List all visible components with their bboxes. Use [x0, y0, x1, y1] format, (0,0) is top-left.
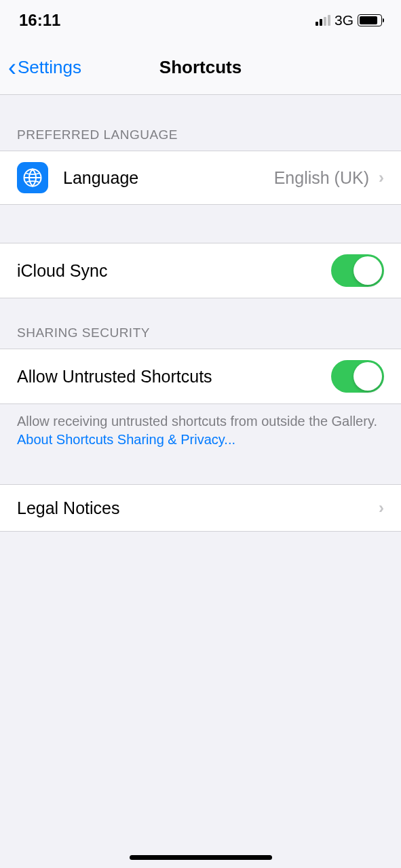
status-indicators: 3G — [316, 12, 382, 28]
language-cell[interactable]: Language English (UK) › — [0, 151, 401, 205]
legal-notices-cell[interactable]: Legal Notices › — [0, 484, 401, 532]
privacy-link[interactable]: About Shortcuts Sharing & Privacy... — [17, 432, 235, 447]
untrusted-shortcuts-cell[interactable]: Allow Untrusted Shortcuts — [0, 349, 401, 404]
chevron-right-icon: › — [379, 168, 384, 187]
network-label: 3G — [335, 12, 354, 28]
section-header-security: SHARING SECURITY — [0, 298, 401, 349]
back-button[interactable]: ‹ Settings — [8, 56, 81, 80]
untrusted-shortcuts-label: Allow Untrusted Shortcuts — [17, 367, 331, 387]
security-footer: Allow receiving untrusted shortcuts from… — [0, 404, 401, 457]
chevron-right-icon: › — [379, 498, 384, 517]
icloud-sync-toggle[interactable] — [331, 254, 384, 287]
status-time: 16:11 — [19, 11, 60, 30]
back-label: Settings — [18, 57, 81, 78]
nav-bar: ‹ Settings Shortcuts — [0, 41, 401, 95]
untrusted-shortcuts-toggle[interactable] — [331, 360, 384, 393]
legal-notices-label: Legal Notices — [17, 498, 379, 518]
icloud-sync-cell[interactable]: iCloud Sync — [0, 243, 401, 298]
chevron-left-icon: ‹ — [8, 56, 16, 80]
security-footer-text: Allow receiving untrusted shortcuts from… — [17, 414, 377, 429]
section-header-language: PREFERRED LANGUAGE — [0, 95, 401, 151]
battery-icon — [358, 14, 382, 26]
language-value: English (UK) — [274, 168, 369, 188]
signal-icon — [316, 15, 330, 26]
status-bar: 16:11 3G — [0, 0, 401, 41]
globe-icon — [17, 162, 48, 193]
page-title: Shortcuts — [159, 57, 242, 78]
language-label: Language — [63, 168, 274, 188]
home-indicator[interactable] — [130, 855, 272, 860]
icloud-sync-label: iCloud Sync — [17, 261, 331, 281]
